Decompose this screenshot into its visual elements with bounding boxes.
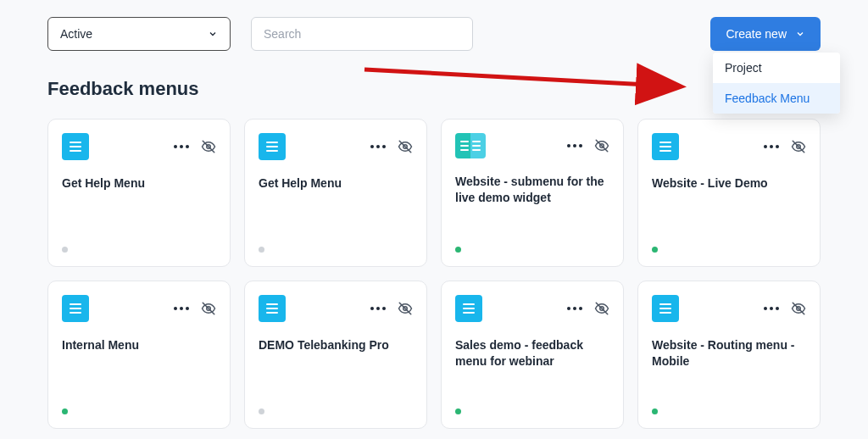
- status-dot: [62, 247, 68, 253]
- dropdown-item-feedback-menu[interactable]: Feedback Menu: [713, 83, 840, 114]
- card-actions: [370, 301, 413, 316]
- card-actions: [764, 301, 806, 316]
- search-input[interactable]: [251, 17, 473, 51]
- card[interactable]: Website - submenu for the live demo widg…: [441, 119, 624, 267]
- section-title: Feedback menus: [47, 78, 821, 100]
- visibility-off-icon[interactable]: [201, 139, 216, 154]
- visibility-off-icon[interactable]: [398, 139, 413, 154]
- status-dot: [455, 247, 461, 253]
- card-title: DEMO Telebanking Pro: [259, 337, 413, 353]
- card-head: [62, 295, 216, 322]
- card[interactable]: Get Help Menu: [244, 119, 427, 267]
- chevron-down-icon: [208, 29, 218, 39]
- status-dot: [62, 408, 68, 414]
- status-dot: [259, 408, 264, 414]
- card-head: [652, 295, 806, 322]
- menu-icon: [62, 133, 89, 160]
- visibility-off-icon[interactable]: [594, 138, 609, 153]
- status-dot: [455, 408, 461, 414]
- card-actions: [567, 301, 609, 316]
- menu-icon: [259, 295, 286, 322]
- chevron-down-icon: [795, 29, 805, 39]
- visibility-off-icon[interactable]: [791, 301, 806, 316]
- status-dot: [652, 247, 658, 253]
- card[interactable]: Website - Live Demo: [637, 119, 821, 267]
- card[interactable]: Get Help Menu: [47, 119, 231, 267]
- toolbar: Active Create new: [47, 17, 821, 51]
- visibility-off-icon[interactable]: [398, 301, 413, 316]
- card-title: Get Help Menu: [259, 175, 413, 192]
- more-icon[interactable]: [764, 145, 779, 148]
- more-icon[interactable]: [174, 307, 189, 310]
- card-title: Internal Menu: [62, 337, 216, 353]
- visibility-off-icon[interactable]: [791, 139, 806, 154]
- card-actions: [174, 301, 216, 316]
- card[interactable]: DEMO Telebanking Pro: [244, 281, 427, 429]
- create-new-label: Create new: [726, 27, 787, 41]
- card-actions: [567, 138, 609, 153]
- more-icon[interactable]: [567, 144, 582, 147]
- create-dropdown: ProjectFeedback Menu: [713, 53, 840, 114]
- more-icon[interactable]: [174, 145, 189, 148]
- filter-value: Active: [60, 27, 92, 41]
- visibility-off-icon[interactable]: [201, 301, 216, 316]
- card-actions: [764, 139, 806, 154]
- card-title: Get Help Menu: [62, 175, 216, 192]
- menu-icon: [259, 133, 286, 160]
- create-new-button[interactable]: Create new: [710, 17, 821, 51]
- card-head: [455, 295, 609, 322]
- dropdown-item-project[interactable]: Project: [713, 53, 840, 83]
- status-dot: [652, 408, 658, 414]
- card-head: [62, 133, 216, 160]
- more-icon[interactable]: [370, 307, 386, 310]
- menu-icon: [652, 295, 679, 322]
- filter-select[interactable]: Active: [47, 17, 231, 51]
- card-head: [652, 133, 806, 160]
- more-icon[interactable]: [567, 307, 582, 310]
- visibility-off-icon[interactable]: [594, 301, 609, 316]
- card[interactable]: Website - Routing menu - Mobile: [637, 281, 821, 429]
- submenu-icon: [455, 133, 486, 158]
- card-head: [259, 133, 413, 160]
- menu-icon: [455, 295, 482, 322]
- card-head: [259, 295, 413, 322]
- card-title: Sales demo - feedback menu for webinar: [455, 337, 609, 370]
- card-head: [455, 133, 609, 158]
- more-icon[interactable]: [370, 145, 386, 148]
- card-actions: [174, 139, 216, 154]
- card-title: Website - Live Demo: [652, 175, 806, 192]
- card-grid: Get Help MenuGet Help MenuWebsite - subm…: [47, 119, 821, 429]
- menu-icon: [652, 133, 679, 160]
- more-icon[interactable]: [764, 307, 779, 310]
- status-dot: [259, 247, 264, 253]
- card[interactable]: Sales demo - feedback menu for webinar: [441, 281, 624, 429]
- menu-icon: [62, 295, 89, 322]
- card-title: Website - Routing menu - Mobile: [652, 337, 806, 370]
- card[interactable]: Internal Menu: [47, 281, 231, 429]
- card-actions: [370, 139, 413, 154]
- card-title: Website - submenu for the live demo widg…: [455, 174, 609, 206]
